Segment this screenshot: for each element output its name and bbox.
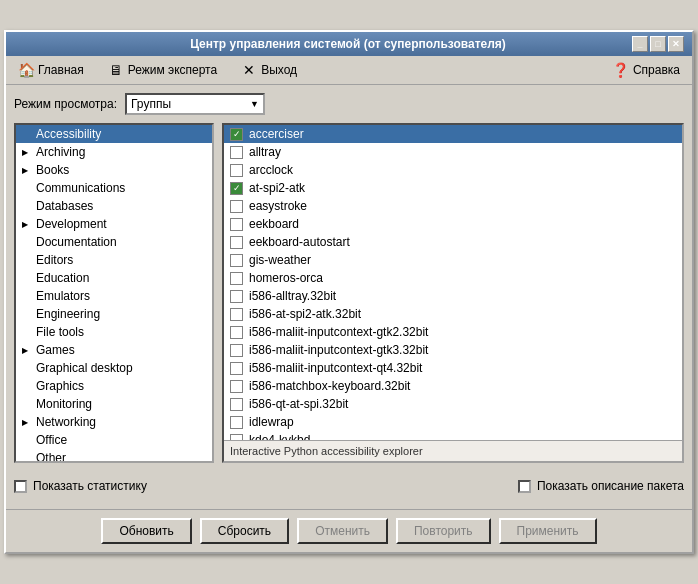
stats-checkbox[interactable] [14,480,27,493]
category-item[interactable]: Engineering [16,305,212,323]
package-label: accerciser [249,127,304,141]
category-item[interactable]: Graphical desktop [16,359,212,377]
package-label: i586-maliit-inputcontext-gtk3.32bit [249,343,428,357]
category-item[interactable]: Documentation [16,233,212,251]
category-item[interactable]: Databases [16,197,212,215]
category-item[interactable]: Books [16,161,212,179]
package-checkbox[interactable] [230,326,243,339]
package-item[interactable]: i586-matchbox-keyboard.32bit [224,377,682,395]
expert-mode-button[interactable]: 🖥 Режим эксперта [104,60,221,80]
apply-button[interactable]: Применить [499,518,597,544]
exit-icon: ✕ [241,62,257,78]
package-item[interactable]: at-spi2-atk [224,179,682,197]
category-item[interactable]: Monitoring [16,395,212,413]
view-mode-label: Режим просмотра: [14,97,117,111]
package-checkbox[interactable] [230,146,243,159]
home-icon: 🏠 [18,62,34,78]
categories-panel-inner: AccessibilityArchivingBooksCommunication… [16,125,212,461]
exit-label: Выход [261,63,297,77]
desc-checkbox[interactable] [518,480,531,493]
maximize-button[interactable]: □ [650,36,666,52]
main-window: Центр управления системой (от суперпольз… [4,30,694,554]
reset-button[interactable]: Сбросить [200,518,289,544]
package-item[interactable]: arcclock [224,161,682,179]
package-checkbox[interactable] [230,254,243,267]
exit-button[interactable]: ✕ Выход [237,60,301,80]
category-item[interactable]: Archiving [16,143,212,161]
package-label: i586-qt-at-spi.32bit [249,397,348,411]
category-item[interactable]: File tools [16,323,212,341]
view-mode-row: Режим просмотра: Группы ▼ [14,93,684,115]
packages-list[interactable]: accerciseralltrayarcclockat-spi2-atkeasy… [224,125,682,440]
package-checkbox[interactable] [230,398,243,411]
minimize-button[interactable]: _ [632,36,648,52]
view-mode-dropdown[interactable]: Группы ▼ [125,93,265,115]
package-checkbox[interactable] [230,182,243,195]
package-checkbox[interactable] [230,236,243,249]
category-item[interactable]: Communications [16,179,212,197]
category-item[interactable]: Other [16,449,212,461]
package-checkbox[interactable] [230,380,243,393]
packages-panel-inner: accerciseralltrayarcclockat-spi2-atkeasy… [224,125,682,440]
package-checkbox[interactable] [230,164,243,177]
category-item[interactable]: Games [16,341,212,359]
category-item[interactable]: Editors [16,251,212,269]
categories-list[interactable]: AccessibilityArchivingBooksCommunication… [16,125,212,461]
package-item[interactable]: easystroke [224,197,682,215]
close-button[interactable]: ✕ [668,36,684,52]
package-item[interactable]: homeros-orca [224,269,682,287]
package-label: i586-maliit-inputcontext-qt4.32bit [249,361,422,375]
repeat-button[interactable]: Повторить [396,518,491,544]
package-item[interactable]: eekboard-autostart [224,233,682,251]
package-item[interactable]: accerciser [224,125,682,143]
stats-checkbox-row: Показать статистику [14,475,147,497]
package-item[interactable]: gis-weather [224,251,682,269]
package-label: i586-maliit-inputcontext-gtk2.32bit [249,325,428,339]
package-item[interactable]: eekboard [224,215,682,233]
window-title: Центр управления системой (от суперпольз… [64,37,632,51]
package-item[interactable]: kde4-kvkbd [224,431,682,440]
package-checkbox[interactable] [230,272,243,285]
package-item[interactable]: i586-at-spi2-atk.32bit [224,305,682,323]
package-item[interactable]: i586-maliit-inputcontext-gtk2.32bit [224,323,682,341]
category-item[interactable]: Graphics [16,377,212,395]
help-icon: ❓ [613,62,629,78]
package-checkbox[interactable] [230,200,243,213]
panels-row: AccessibilityArchivingBooksCommunication… [14,123,684,463]
help-button[interactable]: ❓ Справка [609,60,684,80]
category-item[interactable]: Accessibility [16,125,212,143]
stats-label: Показать статистику [33,479,147,493]
package-label: kde4-kvkbd [249,433,310,440]
buttons-row: Обновить Сбросить Отменить Повторить При… [6,509,692,552]
dropdown-arrow-icon: ▼ [250,99,259,109]
package-item[interactable]: i586-maliit-inputcontext-qt4.32bit [224,359,682,377]
cancel-button[interactable]: Отменить [297,518,388,544]
package-checkbox[interactable] [230,416,243,429]
category-item[interactable]: Education [16,269,212,287]
home-label: Главная [38,63,84,77]
package-checkbox[interactable] [230,344,243,357]
package-checkbox[interactable] [230,290,243,303]
main-content: Режим просмотра: Группы ▼ AccessibilityA… [6,85,692,509]
update-button[interactable]: Обновить [101,518,191,544]
desc-label: Показать описание пакета [537,479,684,493]
package-checkbox[interactable] [230,218,243,231]
package-item[interactable]: i586-maliit-inputcontext-gtk3.32bit [224,341,682,359]
home-button[interactable]: 🏠 Главная [14,60,88,80]
package-label: i586-at-spi2-atk.32bit [249,307,361,321]
package-checkbox[interactable] [230,362,243,375]
category-item[interactable]: Development [16,215,212,233]
package-item[interactable]: i586-alltray.32bit [224,287,682,305]
package-label: i586-alltray.32bit [249,289,336,303]
category-item[interactable]: Office [16,431,212,449]
category-item[interactable]: Emulators [16,287,212,305]
package-label: arcclock [249,163,293,177]
view-mode-value: Группы [131,97,171,111]
package-checkbox[interactable] [230,308,243,321]
package-checkbox[interactable] [230,128,243,141]
expert-icon: 🖥 [108,62,124,78]
package-item[interactable]: alltray [224,143,682,161]
category-item[interactable]: Networking [16,413,212,431]
package-item[interactable]: i586-qt-at-spi.32bit [224,395,682,413]
package-item[interactable]: idlewrap [224,413,682,431]
